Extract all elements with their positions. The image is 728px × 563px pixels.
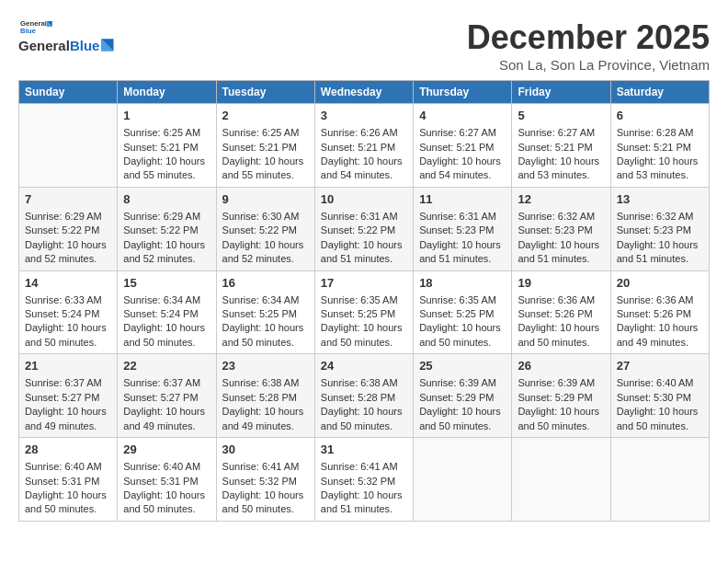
calendar-cell: 2Sunrise: 6:25 AMSunset: 5:21 PMDaylight… bbox=[216, 104, 314, 188]
calendar-cell: 16Sunrise: 6:34 AMSunset: 5:25 PMDayligh… bbox=[216, 270, 314, 354]
sunrise-text: Sunrise: 6:32 AM bbox=[617, 210, 703, 224]
logo: General Blue General Blue bbox=[18, 18, 118, 53]
month-title: December 2025 bbox=[467, 18, 710, 57]
sunset-text: Sunset: 5:27 PM bbox=[123, 391, 210, 405]
sunrise-text: Sunrise: 6:39 AM bbox=[518, 376, 604, 390]
sunset-text: Sunset: 5:24 PM bbox=[123, 307, 210, 321]
calendar-cell: 14Sunrise: 6:33 AMSunset: 5:24 PMDayligh… bbox=[19, 270, 118, 354]
sunset-text: Sunset: 5:26 PM bbox=[617, 307, 703, 321]
calendar-cell: 23Sunrise: 6:38 AMSunset: 5:28 PMDayligh… bbox=[216, 354, 314, 438]
day-number: 31 bbox=[321, 442, 407, 458]
week-row-3: 21Sunrise: 6:37 AMSunset: 5:27 PMDayligh… bbox=[19, 354, 710, 438]
daylight-text: Daylight: 10 hours and 50 minutes. bbox=[25, 488, 111, 517]
day-number: 24 bbox=[321, 358, 407, 374]
day-number: 22 bbox=[123, 358, 210, 374]
sunrise-text: Sunrise: 6:26 AM bbox=[321, 126, 407, 140]
sunset-text: Sunset: 5:32 PM bbox=[321, 475, 407, 488]
daylight-text: Daylight: 10 hours and 50 minutes. bbox=[419, 405, 506, 433]
day-number: 14 bbox=[25, 275, 111, 292]
day-number: 4 bbox=[419, 108, 506, 124]
calendar-cell: 8Sunrise: 6:29 AMSunset: 5:22 PMDaylight… bbox=[118, 187, 216, 270]
sunset-text: Sunset: 5:22 PM bbox=[321, 224, 407, 237]
calendar-cell bbox=[610, 438, 709, 522]
sunrise-text: Sunrise: 6:37 AM bbox=[25, 376, 111, 390]
sunset-text: Sunset: 5:21 PM bbox=[518, 141, 604, 155]
daylight-text: Daylight: 10 hours and 55 minutes. bbox=[222, 155, 309, 183]
daylight-text: Daylight: 10 hours and 50 minutes. bbox=[123, 321, 210, 350]
sunset-text: Sunset: 5:22 PM bbox=[123, 224, 210, 237]
sunset-text: Sunset: 5:27 PM bbox=[25, 391, 111, 405]
sunset-text: Sunset: 5:22 PM bbox=[222, 224, 309, 237]
day-number: 8 bbox=[123, 191, 210, 208]
week-row-2: 14Sunrise: 6:33 AMSunset: 5:24 PMDayligh… bbox=[19, 270, 710, 354]
daylight-text: Daylight: 10 hours and 50 minutes. bbox=[25, 321, 111, 350]
calendar-cell: 17Sunrise: 6:35 AMSunset: 5:25 PMDayligh… bbox=[314, 270, 413, 354]
sunset-text: Sunset: 5:25 PM bbox=[321, 307, 407, 321]
calendar-cell: 19Sunrise: 6:36 AMSunset: 5:26 PMDayligh… bbox=[512, 270, 610, 354]
page-header: General Blue General Blue December 2025 … bbox=[18, 18, 710, 73]
weekday-header-sunday: Sunday bbox=[19, 81, 118, 104]
sunrise-text: Sunrise: 6:31 AM bbox=[419, 210, 506, 224]
sunrise-text: Sunrise: 6:30 AM bbox=[222, 210, 309, 224]
daylight-text: Daylight: 10 hours and 51 minutes. bbox=[321, 238, 407, 267]
calendar-cell: 25Sunrise: 6:39 AMSunset: 5:29 PMDayligh… bbox=[414, 354, 512, 438]
day-number: 27 bbox=[617, 358, 703, 374]
calendar-cell bbox=[414, 438, 512, 522]
calendar-cell: 9Sunrise: 6:30 AMSunset: 5:22 PMDaylight… bbox=[216, 187, 314, 270]
calendar-cell: 28Sunrise: 6:40 AMSunset: 5:31 PMDayligh… bbox=[19, 438, 118, 522]
sunset-text: Sunset: 5:31 PM bbox=[123, 475, 210, 488]
sunrise-text: Sunrise: 6:38 AM bbox=[222, 376, 309, 390]
day-number: 23 bbox=[222, 358, 309, 374]
sunset-text: Sunset: 5:21 PM bbox=[123, 141, 210, 155]
sunrise-text: Sunrise: 6:34 AM bbox=[123, 293, 210, 307]
day-number: 15 bbox=[123, 275, 210, 292]
daylight-text: Daylight: 10 hours and 50 minutes. bbox=[321, 405, 407, 433]
calendar-cell: 4Sunrise: 6:27 AMSunset: 5:21 PMDaylight… bbox=[414, 104, 512, 188]
calendar-cell: 7Sunrise: 6:29 AMSunset: 5:22 PMDaylight… bbox=[19, 187, 118, 270]
daylight-text: Daylight: 10 hours and 53 minutes. bbox=[617, 155, 703, 183]
sunset-text: Sunset: 5:23 PM bbox=[419, 224, 506, 237]
calendar-cell: 20Sunrise: 6:36 AMSunset: 5:26 PMDayligh… bbox=[610, 270, 709, 354]
weekday-header-saturday: Saturday bbox=[610, 81, 709, 104]
weekday-header-monday: Monday bbox=[118, 81, 216, 104]
svg-text:Blue: Blue bbox=[20, 27, 37, 35]
daylight-text: Daylight: 10 hours and 49 minutes. bbox=[222, 405, 309, 433]
daylight-text: Daylight: 10 hours and 55 minutes. bbox=[123, 155, 210, 183]
calendar-cell: 10Sunrise: 6:31 AMSunset: 5:22 PMDayligh… bbox=[314, 187, 413, 270]
daylight-text: Daylight: 10 hours and 49 minutes. bbox=[25, 405, 111, 433]
sunset-text: Sunset: 5:25 PM bbox=[222, 307, 309, 321]
calendar-cell: 29Sunrise: 6:40 AMSunset: 5:31 PMDayligh… bbox=[118, 438, 216, 522]
sunset-text: Sunset: 5:30 PM bbox=[617, 391, 703, 405]
calendar-cell bbox=[512, 438, 610, 522]
sunrise-text: Sunrise: 6:37 AM bbox=[123, 376, 210, 390]
calendar-cell: 18Sunrise: 6:35 AMSunset: 5:25 PMDayligh… bbox=[414, 270, 512, 354]
sunset-text: Sunset: 5:28 PM bbox=[222, 391, 309, 405]
calendar-cell: 24Sunrise: 6:38 AMSunset: 5:28 PMDayligh… bbox=[314, 354, 413, 438]
week-row-0: 1Sunrise: 6:25 AMSunset: 5:21 PMDaylight… bbox=[19, 104, 710, 188]
weekday-header-row: SundayMondayTuesdayWednesdayThursdayFrid… bbox=[19, 81, 710, 104]
sunrise-text: Sunrise: 6:40 AM bbox=[123, 460, 210, 474]
sunrise-text: Sunrise: 6:38 AM bbox=[321, 376, 407, 390]
sunset-text: Sunset: 5:21 PM bbox=[321, 141, 407, 155]
daylight-text: Daylight: 10 hours and 52 minutes. bbox=[123, 238, 210, 267]
sunrise-text: Sunrise: 6:33 AM bbox=[25, 293, 111, 307]
sunrise-text: Sunrise: 6:34 AM bbox=[222, 293, 309, 307]
sunset-text: Sunset: 5:32 PM bbox=[222, 475, 309, 488]
weekday-header-friday: Friday bbox=[512, 81, 610, 104]
logo-arrow-icon bbox=[101, 37, 118, 53]
weekday-header-wednesday: Wednesday bbox=[314, 81, 413, 104]
calendar-cell: 21Sunrise: 6:37 AMSunset: 5:27 PMDayligh… bbox=[19, 354, 118, 438]
day-number: 3 bbox=[321, 108, 407, 124]
sunset-text: Sunset: 5:26 PM bbox=[518, 307, 604, 321]
weekday-header-tuesday: Tuesday bbox=[216, 81, 314, 104]
day-number: 10 bbox=[321, 191, 407, 208]
sunrise-text: Sunrise: 6:27 AM bbox=[419, 126, 506, 140]
daylight-text: Daylight: 10 hours and 50 minutes. bbox=[222, 488, 309, 517]
calendar-cell: 6Sunrise: 6:28 AMSunset: 5:21 PMDaylight… bbox=[610, 104, 709, 188]
day-number: 6 bbox=[617, 108, 703, 124]
calendar-cell: 12Sunrise: 6:32 AMSunset: 5:23 PMDayligh… bbox=[512, 187, 610, 270]
sunrise-text: Sunrise: 6:41 AM bbox=[321, 460, 407, 474]
daylight-text: Daylight: 10 hours and 50 minutes. bbox=[123, 488, 210, 517]
week-row-4: 28Sunrise: 6:40 AMSunset: 5:31 PMDayligh… bbox=[19, 438, 710, 522]
day-number: 1 bbox=[123, 108, 210, 124]
